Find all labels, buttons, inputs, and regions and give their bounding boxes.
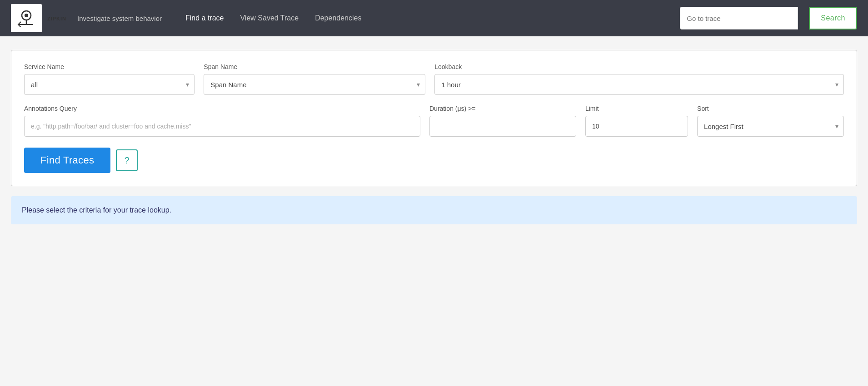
search-button[interactable]: Search <box>809 7 857 30</box>
limit-group: Limit <box>585 105 688 137</box>
form-row-3: Find Traces ? <box>24 148 844 173</box>
duration-group: Duration (μs) >= <box>429 105 576 137</box>
search-panel: Service Name all ▾ Span Name Span Name ▾ <box>11 50 857 186</box>
lookback-select[interactable]: 1 hour 2 hours 6 hours 12 hours 1 day 2 … <box>434 74 844 95</box>
duration-input[interactable] <box>429 116 576 137</box>
nav-find-a-trace[interactable]: Find a trace <box>178 10 231 26</box>
sort-select[interactable]: Longest First Shortest First Newest Firs… <box>697 116 844 137</box>
find-traces-button[interactable]: Find Traces <box>24 148 110 173</box>
nav-view-saved-trace[interactable]: View Saved Trace <box>233 10 306 26</box>
main-content: Service Name all ▾ Span Name Span Name ▾ <box>0 36 868 238</box>
lookback-group: Lookback 1 hour 2 hours 6 hours 12 hours… <box>434 63 844 95</box>
service-name-select-wrapper: all ▾ <box>24 74 195 95</box>
span-name-select[interactable]: Span Name <box>204 74 425 95</box>
annotations-label: Annotations Query <box>24 105 420 112</box>
help-button[interactable]: ? <box>116 149 138 171</box>
lookback-label: Lookback <box>434 63 844 70</box>
header-tagline: Investigate system behavior <box>77 15 162 22</box>
sort-group: Sort Longest First Shortest First Newest… <box>697 105 844 137</box>
main-nav: Find a trace View Saved Trace Dependenci… <box>178 10 369 26</box>
duration-label: Duration (μs) >= <box>429 105 576 112</box>
zipkin-logo-icon <box>16 9 36 27</box>
span-name-group: Span Name Span Name ▾ <box>204 63 425 95</box>
sort-select-wrapper: Longest First Shortest First Newest Firs… <box>697 116 844 137</box>
goto-trace-input[interactable] <box>680 7 798 30</box>
info-box: Please select the criteria for your trac… <box>11 196 857 224</box>
logo-link[interactable]: ZIPKIN <box>11 4 66 32</box>
annotations-group: Annotations Query <box>24 105 420 137</box>
span-name-label: Span Name <box>204 63 425 70</box>
form-row-1: Service Name all ▾ Span Name Span Name ▾ <box>24 63 844 95</box>
annotations-input[interactable] <box>24 116 420 137</box>
form-row-2: Annotations Query Duration (μs) >= Limit… <box>24 105 844 137</box>
logo-text: ZIPKIN <box>47 16 66 21</box>
sort-label: Sort <box>697 105 844 112</box>
help-icon: ? <box>125 155 130 166</box>
limit-label: Limit <box>585 105 688 112</box>
app-header: ZIPKIN Investigate system behavior Find … <box>0 0 868 36</box>
svg-point-1 <box>25 14 28 17</box>
info-message: Please select the criteria for your trac… <box>22 206 171 214</box>
logo-box <box>11 4 42 32</box>
service-name-label: Service Name <box>24 63 195 70</box>
limit-input[interactable] <box>585 116 688 137</box>
nav-dependencies[interactable]: Dependencies <box>308 10 369 26</box>
span-name-select-wrapper: Span Name ▾ <box>204 74 425 95</box>
lookback-select-wrapper: 1 hour 2 hours 6 hours 12 hours 1 day 2 … <box>434 74 844 95</box>
service-name-group: Service Name all ▾ <box>24 63 195 95</box>
service-name-select[interactable]: all <box>24 74 195 95</box>
